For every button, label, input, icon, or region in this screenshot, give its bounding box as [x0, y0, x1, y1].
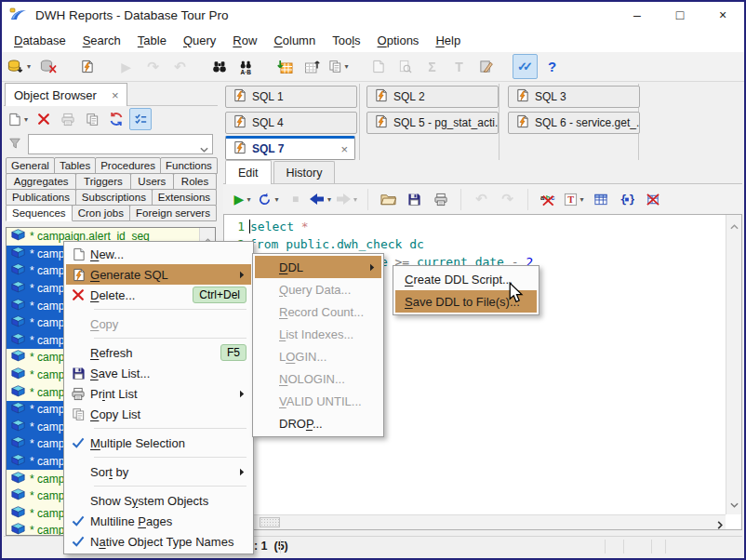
- dropdown-caret-icon[interactable]: ▾: [244, 195, 252, 204]
- dropdown-caret-icon[interactable]: ▾: [24, 62, 33, 71]
- refresh-objects-button[interactable]: [105, 108, 127, 130]
- menu-item-query-data[interactable]: Query Data...: [255, 278, 381, 300]
- category-tab[interactable]: Subscriptions: [75, 189, 153, 206]
- category-tab[interactable]: General: [6, 157, 55, 174]
- tab-history[interactable]: History: [273, 161, 336, 183]
- save-file-button[interactable]: [402, 187, 427, 212]
- undo-button[interactable]: ↶: [167, 54, 193, 79]
- tab-sql-6[interactable]: SQL 6 - service.get_...: [508, 112, 640, 134]
- copy-objects-button[interactable]: [81, 108, 103, 130]
- tab-sql-3[interactable]: SQL 3: [508, 86, 640, 108]
- dropdown-caret-icon[interactable]: ▾: [578, 195, 586, 204]
- object-details-toggle[interactable]: [129, 108, 152, 130]
- close-button[interactable]: ×: [701, 2, 744, 28]
- dropdown-caret-icon[interactable]: ▾: [325, 195, 333, 204]
- category-tab[interactable]: Triggers: [75, 173, 130, 190]
- menu-item-save-list[interactable]: Save List...: [66, 363, 251, 383]
- result-grid-button[interactable]: [588, 187, 613, 212]
- dropdown-caret-icon[interactable]: ▾: [21, 115, 30, 124]
- open-file-button[interactable]: [376, 187, 401, 212]
- aggregates-button[interactable]: Σ: [420, 54, 445, 79]
- category-tab[interactable]: Publications: [6, 189, 76, 206]
- syntax-check-off-button[interactable]: abc: [536, 187, 561, 212]
- scroll-up-icon[interactable]: [730, 219, 739, 233]
- menu-options[interactable]: Options: [369, 30, 428, 51]
- menu-item-login[interactable]: LOGIN...: [255, 345, 381, 367]
- code-line[interactable]: 2from public.dwh_check dc: [224, 235, 726, 253]
- menu-item-new[interactable]: New...: [66, 244, 251, 264]
- open-database-button[interactable]: ▾: [7, 54, 33, 79]
- object-filter-combobox[interactable]: [28, 134, 213, 154]
- scroll-right-icon[interactable]: [717, 518, 723, 532]
- menu-item-drop[interactable]: DROP...: [255, 412, 381, 434]
- print-button[interactable]: [428, 187, 453, 212]
- category-tab[interactable]: Aggregates: [6, 173, 76, 190]
- close-icon[interactable]: ×: [340, 142, 348, 156]
- object-browser-tab[interactable]: Object Browser ×: [5, 83, 127, 106]
- menu-item-sort-by[interactable]: Sort by: [66, 461, 251, 482]
- menu-help[interactable]: Help: [427, 30, 469, 51]
- dropdown-caret-icon[interactable]: ▾: [342, 62, 351, 71]
- format-text-button[interactable]: T ▾: [562, 187, 587, 212]
- menu-item-multiple-selection[interactable]: Multiple Selection: [66, 433, 251, 453]
- menu-item-nologin[interactable]: NOLOGIN...: [255, 367, 381, 390]
- tab-sql-4[interactable]: SQL 4: [225, 112, 357, 134]
- menu-item-copy[interactable]: Copy: [66, 313, 251, 334]
- close-database-button[interactable]: [35, 54, 60, 79]
- menu-item-print-list[interactable]: Print List: [66, 383, 251, 404]
- chevron-down-icon[interactable]: [200, 141, 208, 155]
- tab-sql-7[interactable]: SQL 7 ×: [225, 136, 355, 160]
- export-table-button[interactable]: [300, 54, 325, 79]
- print-preview-button[interactable]: [393, 54, 418, 79]
- category-tab[interactable]: Cron jobs: [72, 205, 130, 221]
- minimize-button[interactable]: –: [616, 2, 659, 28]
- menu-item-list-indexes[interactable]: List Indexes...: [255, 323, 381, 345]
- menu-table[interactable]: Table: [129, 30, 175, 51]
- back-button[interactable]: ▾: [309, 187, 334, 212]
- category-tab[interactable]: Roles: [173, 173, 217, 190]
- scrollbar-thumb[interactable]: [260, 517, 280, 527]
- forward-button[interactable]: ▾: [335, 187, 360, 212]
- menu-item-show-system-objects[interactable]: Show System Objects: [66, 490, 251, 511]
- close-grid-button[interactable]: [640, 187, 665, 212]
- dropdown-caret-icon[interactable]: ▾: [272, 195, 280, 204]
- maximize-button[interactable]: □: [659, 2, 701, 28]
- menu-column[interactable]: Column: [265, 30, 324, 51]
- menu-item-delete[interactable]: Delete... Ctrl+Del: [66, 285, 251, 305]
- object-filter-input[interactable]: [32, 136, 195, 153]
- menu-row[interactable]: Row: [224, 30, 265, 51]
- menu-query[interactable]: Query: [175, 30, 224, 51]
- menu-item-record-count[interactable]: Record Count...: [255, 300, 381, 323]
- close-icon[interactable]: ×: [112, 88, 119, 102]
- text-mode-button[interactable]: T: [446, 54, 472, 79]
- menu-item-multiline-pages[interactable]: Multiline Pages: [66, 511, 251, 531]
- menu-item-native-object-type-names[interactable]: Native Object Type Names: [66, 531, 251, 552]
- stop-button[interactable]: ■: [283, 187, 308, 212]
- tab-sql-5[interactable]: SQL 5 - pg_stat_acti...: [366, 112, 499, 134]
- code-line[interactable]: 1select *: [224, 218, 726, 235]
- copy-button[interactable]: ▾: [326, 54, 352, 79]
- design-button[interactable]: [473, 54, 499, 79]
- category-tab[interactable]: Procedures: [95, 157, 161, 174]
- columns-button[interactable]: [366, 54, 391, 79]
- redo-button[interactable]: ↷: [140, 54, 166, 79]
- new-object-button[interactable]: ▾: [7, 108, 31, 130]
- import-to-table-button[interactable]: [273, 54, 298, 79]
- editor-horizontal-scrollbar[interactable]: [224, 514, 726, 529]
- menu-search[interactable]: Search: [74, 30, 129, 51]
- tab-sql-2[interactable]: SQL 2: [366, 86, 499, 108]
- dropdown-caret-icon[interactable]: ▾: [351, 195, 359, 204]
- tab-edit[interactable]: Edit: [225, 160, 272, 184]
- undo-edit-button[interactable]: ↶: [469, 187, 494, 212]
- sql-editor-button[interactable]: [74, 54, 100, 79]
- redo-edit-button[interactable]: ↷: [495, 187, 520, 212]
- run-query-button[interactable]: ▶ ▾: [231, 187, 256, 212]
- menu-item-generate-sql[interactable]: Generate SQL: [66, 264, 251, 285]
- help-button[interactable]: ?: [540, 54, 565, 79]
- category-tab[interactable]: Extensions: [152, 189, 217, 206]
- execute-button[interactable]: ▶: [113, 54, 139, 79]
- category-tab[interactable]: Foreign servers: [129, 205, 217, 221]
- delete-object-button[interactable]: [33, 108, 55, 130]
- tab-sql-1[interactable]: SQL 1: [225, 86, 357, 108]
- menu-item-ddl[interactable]: DDL: [255, 256, 381, 278]
